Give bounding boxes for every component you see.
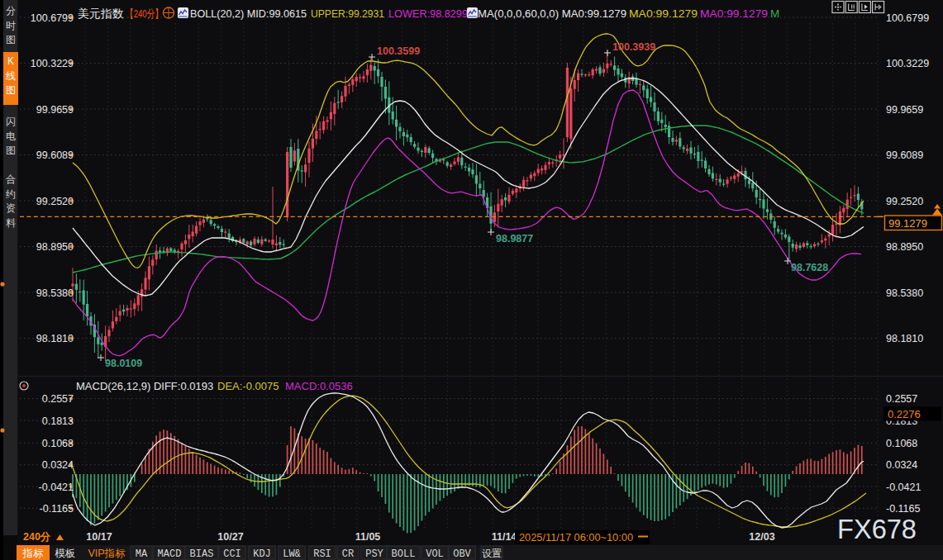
svg-text:图: 图 — [6, 34, 16, 45]
svg-text:美元指数: 美元指数 — [78, 7, 124, 20]
svg-text:100.6799: 100.6799 — [886, 12, 929, 24]
svg-text:时: 时 — [6, 20, 16, 31]
svg-text:99.2520: 99.2520 — [886, 196, 923, 207]
svg-text:98.7628: 98.7628 — [791, 262, 828, 273]
svg-text:KDJ: KDJ — [253, 548, 271, 560]
svg-text:MACD: MACD — [158, 548, 182, 560]
svg-text:图: 图 — [6, 84, 16, 96]
svg-text:98.1810: 98.1810 — [886, 333, 923, 344]
svg-text:240分: 240分 — [23, 531, 51, 543]
svg-text:UPPER:99.2931: UPPER:99.2931 — [311, 7, 384, 20]
svg-text:BOLL(20,2) MID:99.0615: BOLL(20,2) MID:99.0615 — [190, 7, 307, 20]
svg-text:100.6799: 100.6799 — [31, 12, 74, 24]
svg-text:料: 料 — [6, 217, 16, 229]
svg-text:99.1279: 99.1279 — [888, 217, 927, 230]
svg-text:98.1810: 98.1810 — [36, 333, 74, 344]
svg-text:约: 约 — [6, 188, 16, 200]
svg-text:MA(0,0,0,60,0,0) MA0:99.1279: MA(0,0,0,60,0,0) MA0:99.1279 — [478, 7, 626, 20]
svg-text:资: 资 — [6, 202, 16, 214]
svg-text:K: K — [7, 55, 14, 67]
svg-text:分: 分 — [6, 5, 16, 17]
svg-text:98.0109: 98.0109 — [105, 358, 142, 369]
svg-text:99.2520: 99.2520 — [36, 196, 74, 207]
svg-text:BOLL: BOLL — [392, 548, 416, 560]
svg-text:98.5380: 98.5380 — [36, 287, 74, 299]
svg-text:闪: 闪 — [6, 116, 16, 127]
svg-text:VOL: VOL — [426, 548, 444, 560]
svg-text:线: 线 — [6, 70, 16, 82]
svg-text:CR: CR — [342, 548, 354, 560]
svg-text:【240分】: 【240分】 — [126, 7, 163, 20]
svg-text:100.3939: 100.3939 — [612, 41, 655, 53]
svg-text:MA0:99.1279: MA0:99.1279 — [629, 7, 698, 20]
svg-text:0.2276: 0.2276 — [888, 408, 921, 420]
svg-text:CCI: CCI — [223, 548, 241, 560]
svg-text:10/27: 10/27 — [217, 531, 243, 543]
svg-text:合: 合 — [6, 173, 16, 185]
svg-text:-0.1165: -0.1165 — [40, 503, 74, 515]
svg-text:LOWER:98.8299: LOWER:98.8299 — [388, 7, 468, 20]
svg-text:98.5380: 98.5380 — [886, 287, 923, 299]
svg-text:0.1813: 0.1813 — [42, 415, 74, 427]
svg-text:DEA:-0.0075: DEA:-0.0075 — [217, 380, 279, 392]
svg-text:0.1068: 0.1068 — [42, 438, 74, 449]
svg-text:100.3229: 100.3229 — [31, 58, 74, 69]
svg-text:FX678: FX678 — [837, 513, 917, 544]
svg-text:-0.0421: -0.0421 — [886, 482, 921, 493]
svg-text:电: 电 — [6, 131, 16, 142]
svg-text:M: M — [770, 7, 779, 20]
svg-text:OBV: OBV — [453, 548, 471, 560]
svg-text:99.6089: 99.6089 — [36, 149, 74, 161]
svg-text:PSY: PSY — [365, 548, 383, 560]
svg-text:99.9659: 99.9659 — [36, 104, 74, 116]
svg-text:设置: 设置 — [482, 548, 502, 560]
svg-text:MA0:99.1279: MA0:99.1279 — [700, 7, 768, 20]
svg-text:100.3229: 100.3229 — [886, 58, 929, 69]
svg-text:0.2557: 0.2557 — [886, 393, 917, 405]
svg-text:100.3599: 100.3599 — [377, 45, 420, 57]
svg-text:99.9659: 99.9659 — [886, 104, 923, 116]
svg-text:模板: 模板 — [55, 548, 76, 559]
svg-text:11/14: 11/14 — [492, 531, 517, 543]
svg-text:MACD:0.0536: MACD:0.0536 — [285, 380, 353, 392]
svg-text:98.8950: 98.8950 — [886, 241, 923, 253]
svg-text:指标: 指标 — [22, 548, 45, 559]
svg-text:BIAS: BIAS — [190, 548, 214, 560]
svg-text:98.9877: 98.9877 — [496, 233, 533, 244]
svg-text:RSI: RSI — [313, 548, 331, 560]
svg-text:0.0324: 0.0324 — [886, 459, 917, 471]
svg-text:98.8950: 98.8950 — [36, 241, 74, 253]
svg-text:10/17: 10/17 — [86, 531, 112, 543]
svg-text:LW&: LW& — [283, 548, 301, 560]
svg-text:99.6089: 99.6089 — [886, 149, 923, 161]
svg-text:VIP指标: VIP指标 — [88, 548, 126, 559]
svg-text:MACD(26,12,9) DIFF:0.0193: MACD(26,12,9) DIFF:0.0193 — [76, 380, 213, 392]
svg-text:2025/11/17 06:00~10:00: 2025/11/17 06:00~10:00 — [519, 531, 633, 543]
svg-text:0.0324: 0.0324 — [42, 459, 74, 471]
svg-text:图: 图 — [6, 145, 16, 156]
svg-text:0.2557: 0.2557 — [42, 393, 74, 405]
svg-text:MA: MA — [136, 548, 148, 560]
svg-text:0.1068: 0.1068 — [886, 438, 917, 449]
svg-text:-0.0421: -0.0421 — [39, 482, 74, 493]
svg-text:12/03: 12/03 — [749, 531, 774, 543]
svg-text:11/05: 11/05 — [355, 531, 381, 543]
